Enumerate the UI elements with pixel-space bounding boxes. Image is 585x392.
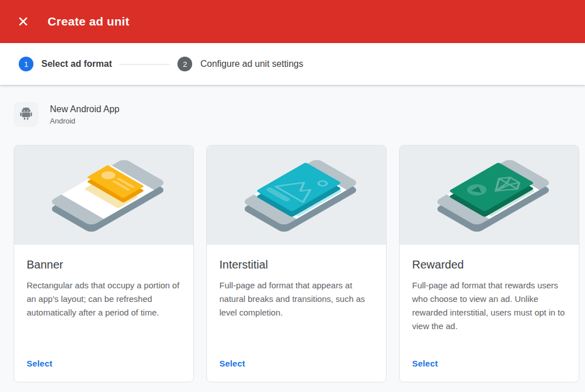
page-title: Create ad unit [48,15,129,28]
close-icon[interactable]: ✕ [14,12,33,31]
card-description: Rectangular ads that occupy a portion of… [27,279,181,356]
wizard-stepper: 1 Select ad format 2 Configure ad unit s… [0,43,585,85]
ad-format-card-banner: Banner Rectangular ads that occupy a por… [14,145,194,382]
ad-format-card-rewarded: Rewarded Full-page ad format that reward… [399,145,579,382]
select-interstitial-button[interactable]: Select [219,356,245,370]
app-platform: Android [50,117,120,125]
banner-phone-illustration [14,146,193,245]
main-content: New Android App Android [0,85,585,382]
card-title: Rewarded [412,258,566,271]
step-1-label: Select ad format [41,59,112,69]
app-icon-container [14,102,39,127]
card-body: Rewarded Full-page ad format that reward… [400,245,579,382]
app-text: New Android App Android [50,104,120,125]
stepper-connector-line [120,64,169,65]
card-body: Interstitial Full-page ad format that ap… [207,245,386,382]
step-2-circle: 2 [177,57,192,71]
card-title: Banner [27,258,181,271]
interstitial-phone-illustration [207,146,386,245]
select-rewarded-button[interactable]: Select [412,356,438,370]
card-description: Full-page ad format that rewards users w… [412,279,566,356]
step-select-ad-format: 1 Select ad format [19,57,112,71]
app-summary-row: New Android App Android [14,102,571,127]
ad-format-cards: Banner Rectangular ads that occupy a por… [14,145,571,382]
rewarded-phone-illustration [400,146,579,245]
android-robot-icon [20,106,32,122]
select-banner-button[interactable]: Select [27,356,52,370]
app-name: New Android App [50,104,120,114]
step-configure-ad-unit-settings: 2 Configure ad unit settings [177,57,303,71]
card-title: Interstitial [219,258,374,271]
card-body: Banner Rectangular ads that occupy a por… [14,245,193,382]
ad-format-card-interstitial: Interstitial Full-page ad format that ap… [206,145,387,382]
card-description: Full-page ad format that appears at natu… [219,279,374,356]
create-ad-unit-header: ✕ Create ad unit [0,0,585,43]
step-2-label: Configure ad unit settings [200,59,303,69]
step-1-circle: 1 [19,57,33,71]
